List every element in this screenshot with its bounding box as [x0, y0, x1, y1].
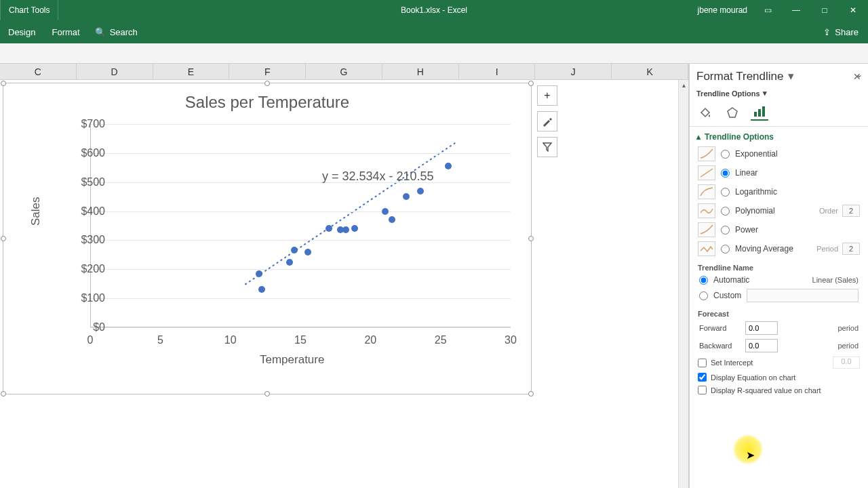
option-linear[interactable]: Linear: [690, 163, 868, 182]
chart-tools-label: Chart Tools: [0, 0, 58, 20]
column-header[interactable]: E: [153, 64, 230, 80]
y-axis-label[interactable]: Sales: [29, 197, 43, 226]
resize-handle[interactable]: [1, 81, 6, 86]
radio-power[interactable]: [721, 226, 730, 235]
svg-line-5: [701, 169, 713, 177]
data-point[interactable]: [304, 249, 311, 256]
resize-handle[interactable]: [1, 236, 6, 241]
column-header[interactable]: G: [306, 64, 382, 80]
checkbox-set-intercept[interactable]: [698, 359, 707, 367]
radio-polynomial[interactable]: [721, 207, 730, 216]
display-r2-row[interactable]: Display R-squared value on chart: [690, 384, 868, 396]
trendline-options-tab[interactable]: [751, 104, 768, 121]
chart-styles-button[interactable]: [537, 111, 557, 131]
pane-subtitle[interactable]: Trendline Options▾: [690, 87, 868, 102]
option-moving-average[interactable]: Moving Average Period: [690, 239, 868, 258]
chart-title[interactable]: Sales per Temperature: [3, 93, 531, 112]
funnel-icon: [542, 142, 552, 152]
resize-handle[interactable]: [528, 81, 534, 86]
data-point[interactable]: [286, 259, 293, 266]
column-header[interactable]: C: [0, 64, 77, 80]
custom-name-row[interactable]: Custom: [690, 287, 868, 304]
resize-handle[interactable]: [528, 391, 534, 396]
resize-handle[interactable]: [528, 236, 534, 241]
svg-rect-3: [758, 109, 761, 117]
column-header[interactable]: I: [459, 64, 536, 80]
data-point[interactable]: [382, 208, 389, 215]
set-intercept-row[interactable]: Set Intercept 0.0: [690, 354, 868, 371]
exponential-icon: [698, 146, 715, 161]
data-point[interactable]: [351, 225, 358, 232]
share-button[interactable]: ⇪ Share: [814, 27, 868, 37]
checkbox-display-equation[interactable]: [698, 373, 707, 382]
plot-area[interactable]: [90, 124, 511, 327]
forward-label: Forward: [699, 324, 740, 332]
y-tick-label: $400: [81, 205, 105, 218]
chart-filters-button[interactable]: [537, 137, 557, 157]
data-point[interactable]: [291, 247, 298, 253]
radio-logarithmic[interactable]: [721, 188, 730, 197]
column-header[interactable]: F: [229, 64, 306, 80]
option-exponential[interactable]: Exponential: [690, 144, 868, 163]
radio-moving-average[interactable]: [721, 245, 730, 253]
display-equation-row[interactable]: Display Equation on chart: [690, 371, 868, 384]
custom-name-input[interactable]: [747, 289, 859, 302]
pane-options-dropdown[interactable]: ▾: [788, 69, 794, 83]
data-point[interactable]: [258, 286, 265, 293]
data-point[interactable]: [417, 188, 424, 195]
x-tick-label: 0: [87, 334, 94, 346]
chart-elements-button[interactable]: +: [537, 85, 557, 106]
fill-line-tab[interactable]: [696, 104, 714, 121]
column-header[interactable]: D: [77, 64, 153, 80]
equation-label[interactable]: y = 32.534x - 210.55: [322, 169, 434, 184]
data-point[interactable]: [326, 225, 332, 232]
resize-handle[interactable]: [1, 391, 6, 396]
y-tick-label: $0: [93, 321, 105, 333]
column-header[interactable]: H: [382, 64, 459, 80]
trendline-options-section[interactable]: ▴ Trendline Options: [690, 127, 868, 144]
tab-design[interactable]: Design: [0, 20, 43, 43]
effects-tab[interactable]: [724, 104, 741, 121]
y-tick-label: $600: [81, 147, 105, 159]
chart-object[interactable]: Sales per Temperature y = 32.534x - 210.…: [3, 83, 532, 394]
data-point[interactable]: [403, 193, 410, 200]
radio-linear[interactable]: [721, 169, 730, 178]
paint-bucket-icon: [698, 106, 712, 119]
resize-handle[interactable]: [264, 81, 270, 86]
gridline: [91, 211, 511, 212]
ribbon-collapse-icon[interactable]: ⌄: [856, 70, 863, 79]
automatic-name-row[interactable]: Automatic Linear (Sales): [690, 273, 868, 287]
resize-handle[interactable]: [264, 391, 270, 396]
radio-automatic[interactable]: [699, 276, 708, 285]
radio-custom[interactable]: [699, 291, 708, 300]
search-box[interactable]: 🔍 Search: [88, 27, 144, 37]
vertical-scrollbar[interactable]: ▴: [678, 80, 688, 488]
maximize-button[interactable]: □: [816, 5, 833, 15]
radio-exponential[interactable]: [721, 150, 730, 159]
period-input: [842, 243, 860, 255]
data-point[interactable]: [342, 226, 349, 233]
data-point[interactable]: [256, 270, 262, 277]
minimize-button[interactable]: —: [788, 5, 804, 15]
tab-format[interactable]: Format: [43, 20, 87, 43]
automatic-name-value: Linear (Sales): [812, 276, 859, 284]
worksheet[interactable]: CDEFGHIJK Sales per Temperature y = 32.5…: [0, 64, 689, 488]
trendline-name-label: Trendline Name: [690, 258, 868, 273]
option-logarithmic[interactable]: Logarithmic: [690, 182, 868, 201]
scroll-up-icon[interactable]: ▴: [679, 80, 688, 90]
backward-input[interactable]: [745, 339, 778, 352]
column-header[interactable]: J: [535, 64, 612, 80]
data-point[interactable]: [445, 163, 452, 169]
order-input: [842, 205, 860, 217]
trendline[interactable]: [91, 124, 511, 327]
option-polynomial[interactable]: Polynomial Order: [690, 201, 868, 220]
data-point[interactable]: [389, 216, 395, 223]
column-header[interactable]: K: [612, 64, 688, 80]
ribbon-display-icon[interactable]: ▭: [760, 5, 776, 15]
close-button[interactable]: ✕: [845, 5, 861, 15]
option-power[interactable]: Power: [690, 220, 868, 239]
moving-average-icon: [698, 241, 715, 256]
x-axis-label[interactable]: Temperature: [260, 353, 324, 367]
forward-input[interactable]: [745, 321, 778, 335]
checkbox-display-r2[interactable]: [698, 386, 707, 394]
